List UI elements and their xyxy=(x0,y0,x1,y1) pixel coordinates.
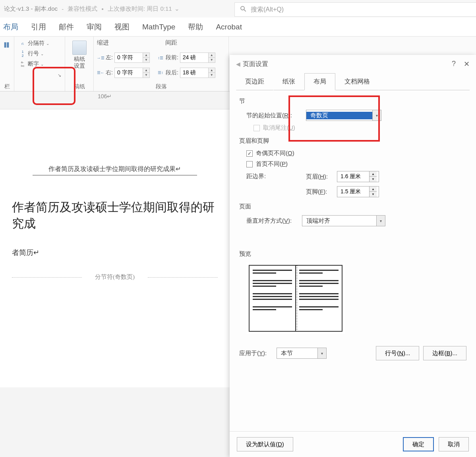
dialog-titlebar: ◀ 页面设置 ? ✕ xyxy=(230,55,476,73)
dialog-body: 节 节的起始位置(R): 奇数页 ▾ 取消尾注(U) 页眉和页脚 奇偶页不同(O… xyxy=(230,90,476,431)
apply-to-select[interactable]: 本节 ▾ xyxy=(277,348,327,359)
page-header: 作者简历及攻读硕士学位期间取得的研究成果↵ xyxy=(33,165,197,175)
set-default-button[interactable]: 设为默认值(D) xyxy=(237,437,293,451)
footer-distance-input[interactable]: ▲▼ xyxy=(337,186,379,197)
document-title: 作者简历及攻读硕士学位期间取得的研究成 xyxy=(12,199,218,232)
hyphenation-icon: a-bc xyxy=(19,61,26,67)
ok-button[interactable]: 确定 xyxy=(403,437,434,451)
document-body: 者简历↵ xyxy=(12,248,218,257)
back-icon[interactable]: ◀ xyxy=(236,61,240,67)
search-icon xyxy=(240,5,247,14)
tab-help[interactable]: 帮助 xyxy=(187,20,204,34)
line-numbers-dialog-button[interactable]: 行号(N)... xyxy=(376,346,419,360)
space-after-input[interactable]: ☰↕ 段后: ▲▼ xyxy=(157,68,215,78)
space-before-icon: ↕☰ xyxy=(157,54,164,61)
paragraph-group-label: 段落 xyxy=(97,83,225,90)
page-number: 106↵ xyxy=(98,93,230,99)
tab-layout[interactable]: 布局 xyxy=(2,20,19,34)
indent-right-icon: ☰← xyxy=(97,70,104,76)
dialog-footer: 设为默认值(D) 确定 取消 xyxy=(230,431,476,457)
ribbon-tabs: 布局 引用 邮件 审阅 视图 MathType 帮助 Acrobat xyxy=(0,18,476,37)
chevron-down-icon[interactable]: ⌄ xyxy=(174,5,180,12)
page-setup-dialog: ◀ 页面设置 ? ✕ 页边距 纸张 布局 文档网格 节 节的起始位置(R): 奇… xyxy=(230,55,476,457)
tab-mathtype[interactable]: MathType xyxy=(141,21,176,33)
line-numbers-button[interactable]: 12 行号 ⌄ xyxy=(17,49,62,58)
section-group-header: 节 xyxy=(239,97,466,105)
close-button[interactable]: ✕ xyxy=(464,60,470,68)
spacing-header: 间距 xyxy=(165,39,177,47)
document-name: 论文-v1.3 - 副本.doc xyxy=(4,5,58,13)
dialog-tabs: 页边距 纸张 布局 文档网格 xyxy=(230,73,476,90)
space-before-input[interactable]: ↕☰ 段前: ▲▼ xyxy=(157,53,215,63)
chevron-down-icon: ▾ xyxy=(317,348,326,358)
svg-line-1 xyxy=(244,10,246,12)
preview-header: 预览 xyxy=(239,250,466,258)
writing-paper-icon xyxy=(72,41,87,55)
first-page-checkbox[interactable]: 首页不同(P) xyxy=(246,160,288,168)
preview-pane xyxy=(246,263,345,334)
svg-rect-3 xyxy=(7,42,9,47)
apply-to-label: 应用于(Y): xyxy=(239,350,277,357)
tab-acrobat[interactable]: Acrobat xyxy=(215,21,242,33)
tab-review[interactable]: 审阅 xyxy=(86,20,103,34)
chevron-down-icon: ⌄ xyxy=(41,62,44,66)
hyphenation-button[interactable]: a-bc 断字 ⌄ xyxy=(17,60,62,68)
header-distance-label: 页眉(H): xyxy=(306,173,334,181)
svg-point-0 xyxy=(241,6,244,10)
document-area: 106↵ 作者简历及攻读硕士学位期间取得的研究成果↵ 作者简历及攻读硕士学位期间… xyxy=(0,91,230,457)
dtab-grid[interactable]: 文档网格 xyxy=(335,73,379,90)
last-modified: 上次修改时间: 周日 0:11 xyxy=(108,5,172,13)
borders-dialog-button[interactable]: 边框(B)... xyxy=(423,346,466,360)
indent-left-input[interactable]: →☰ 左: ▲▼ xyxy=(97,53,150,63)
columns-icon[interactable] xyxy=(3,41,12,49)
dtab-paper[interactable]: 纸张 xyxy=(273,73,304,90)
breaks-button[interactable]: ⎌ 分隔符 ⌄ xyxy=(17,39,62,48)
writing-paper-group-label: 稿纸 xyxy=(68,83,90,90)
breaks-icon: ⎌ xyxy=(19,40,26,47)
tab-view[interactable]: 视图 xyxy=(114,20,130,34)
tab-references[interactable]: 引用 xyxy=(30,20,47,34)
svg-rect-2 xyxy=(4,42,6,47)
chevron-down-icon: ⌄ xyxy=(46,41,49,46)
chevron-down-icon: ⌄ xyxy=(41,52,44,56)
odd-even-checkbox[interactable]: 奇偶页不同(O) xyxy=(246,150,294,157)
header-distance-input[interactable]: ▲▼ xyxy=(337,171,379,182)
section-break-indicator: 分节符(奇数页) xyxy=(12,273,218,281)
indent-right-input[interactable]: ☰← 右: ▲▼ xyxy=(97,68,150,78)
help-button[interactable]: ? xyxy=(452,60,456,68)
page-setup-launcher[interactable]: ↘ xyxy=(58,73,63,78)
footer-distance-label: 页脚(F): xyxy=(306,188,334,196)
from-edge-label: 距边界: xyxy=(246,173,306,180)
dtab-margins[interactable]: 页边距 xyxy=(236,73,273,90)
space-after-icon: ☰↕ xyxy=(157,70,164,76)
valign-label: 垂直对齐方式(V): xyxy=(246,217,302,225)
section-start-select[interactable]: 奇数页 ▾ xyxy=(306,110,381,121)
search-input[interactable]: 搜索(Alt+Q) xyxy=(234,2,476,17)
chevron-down-icon: ▾ xyxy=(376,216,385,226)
dtab-layout[interactable]: 布局 xyxy=(304,73,335,90)
dialog-title: 页面设置 xyxy=(243,60,268,68)
valign-select[interactable]: 顶端对齐 ▾ xyxy=(302,215,385,226)
page[interactable]: 作者简历及攻读硕士学位期间取得的研究成果↵ 作者简历及攻读硕士学位期间取得的研究… xyxy=(0,109,230,387)
line-numbers-icon: 12 xyxy=(19,51,26,57)
indent-left-icon: →☰ xyxy=(97,54,104,61)
chevron-down-icon: ▾ xyxy=(372,110,381,121)
indent-header: 缩进 xyxy=(97,39,109,47)
tab-mailings[interactable]: 邮件 xyxy=(58,20,75,34)
search-placeholder: 搜索(Alt+Q) xyxy=(251,6,284,14)
compat-mode: 兼容性模式 xyxy=(68,5,97,13)
writing-paper-button[interactable]: 稿纸设置 xyxy=(68,39,90,71)
page-group-header: 页面 xyxy=(239,203,466,210)
headers-footers-header: 页眉和页脚 xyxy=(239,137,466,145)
suppress-endnotes-checkbox: 取消尾注(U) xyxy=(253,124,295,132)
columns-label: 栏 xyxy=(3,83,11,90)
section-start-label: 节的起始位置(R): xyxy=(246,112,306,119)
cancel-button[interactable]: 取消 xyxy=(439,437,469,451)
